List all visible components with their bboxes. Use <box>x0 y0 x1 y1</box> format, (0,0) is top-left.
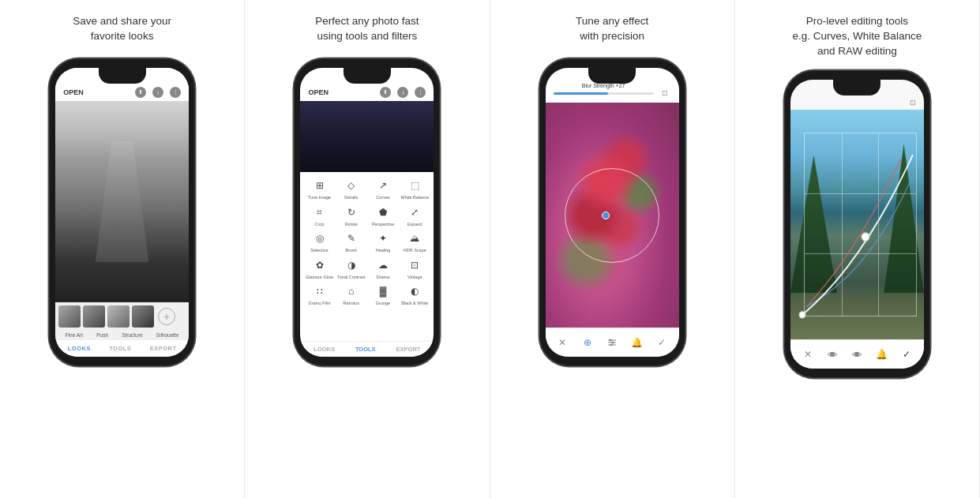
p2-footer: LOOKS TOOLS EXPORT <box>300 341 434 357</box>
p4-photo-bg <box>790 110 924 339</box>
p2-menu-icon[interactable]: ⋮ <box>415 87 426 98</box>
p2-tool-retrolux[interactable]: ⌂ Retrolux <box>336 283 366 306</box>
p1-open-label: OPEN <box>63 88 84 96</box>
caption-line1: Pro-level editing tools <box>806 15 908 27</box>
p3-selective-icon[interactable]: ⊕ <box>580 335 595 350</box>
phone-3: Blur Strength +27 ⊡ ✕ ⊕ <box>539 58 685 366</box>
caption-line2: with precision <box>580 30 644 42</box>
p1-thumb-3[interactable] <box>107 305 130 328</box>
p2-tool-tonal[interactable]: ◑ Tonal Contrast <box>336 256 366 280</box>
p3-dot[interactable] <box>602 212 610 219</box>
svg-point-5 <box>610 344 613 346</box>
retrolux-label: Retrolux <box>344 301 359 306</box>
p4-bottom-bar: ✕ 🔔 ✓ <box>790 339 924 369</box>
p2-tool-bw[interactable]: ◐ Black & White <box>400 283 430 306</box>
svg-point-6 <box>862 233 869 241</box>
p4-eye1-icon[interactable] <box>824 346 840 362</box>
p2-info-icon[interactable]: i <box>397 87 408 98</box>
p2-btn-tools[interactable]: TOOLS <box>355 346 376 353</box>
p3-sliders-icon[interactable] <box>604 335 620 350</box>
drama-icon: ☁ <box>374 256 392 274</box>
p2-tool-tune[interactable]: ⊞ Tune Image <box>305 177 335 200</box>
p2-btn-export[interactable]: EXPORT <box>396 346 421 353</box>
panel-4: Pro-level editing tools e.g. Curves, Whi… <box>735 0 980 498</box>
p1-thumb-4[interactable] <box>132 305 154 328</box>
p1-menu-icon[interactable]: ⋮ <box>170 87 181 98</box>
p2-tool-wb[interactable]: ⬚ White Balance <box>400 177 430 200</box>
brush-label: Brush <box>346 248 357 253</box>
vintage-label: Vintage <box>407 275 422 280</box>
p1-thumb-2[interactable] <box>83 305 105 328</box>
p2-share-icon[interactable]: ⬆ <box>380 87 391 98</box>
svg-point-3 <box>610 339 612 342</box>
p4-eye2-icon[interactable] <box>849 346 865 362</box>
caption-line1: Perfect any photo fast <box>315 15 419 27</box>
p1-btn-tools[interactable]: TOOLS <box>109 345 131 352</box>
caption-line2: e.g. Curves, White Balance <box>793 30 922 42</box>
p2-tool-rotate[interactable]: ↻ Rotate <box>336 204 366 227</box>
p2-tool-drama[interactable]: ☁ Drama <box>368 256 398 280</box>
p3-bell-icon[interactable]: 🔔 <box>629 335 644 350</box>
p1-btn-export[interactable]: EXPORT <box>150 345 177 352</box>
selective-icon: ◎ <box>311 230 329 247</box>
caption-4: Pro-level editing tools e.g. Curves, Whi… <box>793 14 922 59</box>
grunge-icon: ▓ <box>374 283 392 300</box>
p3-split-icon[interactable]: ⊡ <box>659 87 671 99</box>
p1-thumb-add[interactable]: + <box>158 308 175 325</box>
notch-2 <box>344 68 391 84</box>
p2-tool-grunge[interactable]: ▓ Grunge <box>368 283 398 306</box>
caption-line3: and RAW editing <box>817 45 897 57</box>
p2-tool-perspective[interactable]: ⬟ Perspective <box>368 204 398 227</box>
p4-close-icon[interactable]: ✕ <box>800 346 816 362</box>
p2-tool-brush[interactable]: ✎ Brush <box>336 230 366 253</box>
selective-label: Selective <box>310 248 328 253</box>
p1-share-icon[interactable]: ⬆ <box>135 87 146 98</box>
p2-tool-hdr[interactable]: ⛰ HDR Scape <box>400 230 430 253</box>
p1-label-2: Push <box>96 332 108 338</box>
p1-thumb-1[interactable] <box>58 305 81 328</box>
p2-tools-grid: ⊞ Tune Image ◇ Details ↗ Curves ⬚ White … <box>300 172 434 341</box>
details-icon: ◇ <box>343 177 360 194</box>
p2-tool-expand[interactable]: ⤢ Expand <box>400 204 430 227</box>
expand-icon: ⤢ <box>406 204 423 221</box>
bw-icon: ◐ <box>406 283 423 300</box>
p1-btn-looks[interactable]: LOOKS <box>68 345 91 352</box>
p1-header-icons: ⬆ i ⋮ <box>135 87 181 98</box>
rotate-label: Rotate <box>345 222 358 227</box>
caption-line2: favorite looks <box>91 30 154 42</box>
svg-point-7 <box>799 311 805 317</box>
grainy-label: Grainy Film <box>308 301 330 306</box>
phone-4-screen: ⊡ <box>790 80 924 369</box>
p4-bell-icon[interactable]: 🔔 <box>874 346 890 362</box>
tonal-label: Tonal Contrast <box>337 275 365 280</box>
p2-tool-crop[interactable]: ⌗ Crop <box>305 204 335 227</box>
p4-check-icon[interactable]: ✓ <box>899 346 914 362</box>
panel-3: Tune any effect with precision Blur Stre… <box>490 0 735 498</box>
p2-tool-glamour[interactable]: ✿ Glamour Glow <box>305 256 335 280</box>
p3-check-icon[interactable]: ✓ <box>654 335 670 350</box>
p1-label-1: Fine Art <box>66 332 83 338</box>
p2-tool-healing[interactable]: ✦ Healing <box>368 230 398 253</box>
panel-1: Save and share your favorite looks OPEN … <box>0 0 245 498</box>
p4-split-icon[interactable]: ⊡ <box>910 99 916 107</box>
p2-tools-row-1: ⊞ Tune Image ◇ Details ↗ Curves ⬚ White … <box>303 177 430 200</box>
perspective-label: Perspective <box>372 222 395 227</box>
p1-label-3: Structure <box>122 332 142 338</box>
p3-slider[interactable]: Blur Strength +27 <box>554 92 654 95</box>
p2-tool-vintage[interactable]: ⊡ Vintage <box>400 256 430 280</box>
glamour-label: Glamour Glow <box>306 275 333 280</box>
p2-btn-looks[interactable]: LOOKS <box>314 346 335 353</box>
brush-icon: ✎ <box>343 230 360 247</box>
p2-tool-curves[interactable]: ↗ Curves <box>368 177 398 200</box>
p1-info-icon[interactable]: i <box>152 87 163 98</box>
p2-tool-details[interactable]: ◇ Details <box>336 177 366 200</box>
notch-3 <box>588 68 636 84</box>
notch-1 <box>99 68 146 84</box>
p2-tools-row-3: ◎ Selective ✎ Brush ✦ Healing ⛰ HDR Scap… <box>303 230 430 253</box>
expand-label: Expand <box>407 222 422 227</box>
p2-tool-selective[interactable]: ◎ Selective <box>305 230 335 253</box>
p3-close-icon[interactable]: ✕ <box>554 335 570 350</box>
phone-4: ⊡ <box>784 70 930 378</box>
panel-2: Perfect any photo fast using tools and f… <box>245 0 490 498</box>
p2-tool-grainy[interactable]: ∷ Grainy Film <box>305 283 335 306</box>
